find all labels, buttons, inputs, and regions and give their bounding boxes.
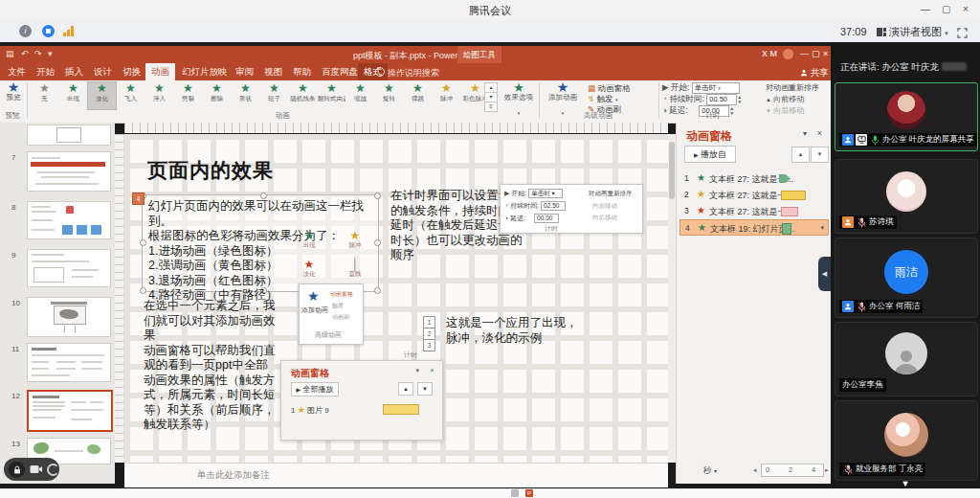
move-down-button[interactable]: ▼ — [811, 147, 829, 163]
thumbnail-slide-11[interactable] — [27, 343, 111, 382]
timeline-right-icon[interactable]: ▸ — [825, 466, 829, 474]
menu-tab-file[interactable]: 文件 — [2, 63, 32, 80]
item-dropdown-icon[interactable]: ▾ — [820, 224, 824, 232]
meeting-floating-toolbar[interactable] — [4, 458, 59, 481]
screen-share-icon — [856, 134, 867, 146]
taskbar-app-icon[interactable] — [511, 489, 519, 497]
sidebar-collapse-handle[interactable]: ◀ — [818, 257, 831, 291]
minimize-icon[interactable]: — — [921, 4, 930, 14]
info-icon[interactable]: i — [19, 25, 32, 37]
animation-number-badge-3: 3 — [423, 339, 435, 351]
ppt-minimize-icon[interactable]: — — [800, 49, 809, 58]
menu-tab-transitions[interactable]: 切换 — [117, 63, 146, 80]
pane-item-1[interactable]: 1 ★ 文本框 27: 这就是一... — [679, 170, 829, 187]
pane-item-2[interactable]: 2 ★ 文本框 27: 这就是一... — [679, 187, 829, 203]
anim-float-in[interactable]: ★浮入 — [145, 81, 174, 110]
anim-fade[interactable]: ★淡化 — [87, 81, 117, 110]
save-icon[interactable]: ▤ — [6, 49, 14, 58]
menu-tab-view[interactable]: 视图 — [258, 63, 288, 80]
pane-item-3[interactable]: 3 ★ 文本框 27: 这就是一... — [679, 203, 829, 219]
participant-tile-4[interactable]: 办公室李焦 — [835, 322, 978, 396]
chevron-down-icon[interactable]: ▾ — [803, 129, 807, 138]
close-icon[interactable]: × — [963, 4, 969, 14]
anim-appear[interactable]: ★出现 — [58, 81, 88, 110]
redo-icon[interactable]: ↷ — [34, 49, 42, 58]
slide-textbox-4[interactable]: 这就是一个应用了出现， 脉冲，淡化的示例 — [446, 316, 578, 346]
seconds-dropdown[interactable]: 秒 ▾ — [703, 465, 717, 477]
anim-zoom[interactable]: ★缩放 — [345, 81, 375, 110]
slide-vertical-scrollbar[interactable] — [668, 134, 676, 463]
thumbnail-slide-6[interactable] — [27, 124, 111, 146]
gallery-more[interactable]: ≡ — [484, 102, 498, 112]
participant-tile-3[interactable]: 雨洁 办公室 何雨洁 — [835, 238, 978, 318]
network-signal-icon — [63, 25, 75, 36]
move-earlier-button[interactable]: ▲ 向前移动 — [766, 94, 804, 104]
slide-textbox-3[interactable]: 在选中一个元素之后，我 们就可以对其添加动画效 果 动画窗格可以帮助我们直 观的… — [144, 299, 276, 433]
anim-fly-in[interactable]: ★飞入 — [116, 81, 145, 110]
more-participants-icon[interactable]: ▼ — [831, 479, 980, 488]
participant-tile-5[interactable]: 就业服务部 丁永亮 — [835, 400, 978, 481]
tell-me-search[interactable]: 操作说明搜索 — [375, 67, 439, 79]
anim-wheel[interactable]: ★轮子 — [259, 81, 289, 110]
notes-area[interactable]: 单击此处添加备注 — [124, 463, 668, 487]
participant-name: 办公室 何雨洁 — [869, 301, 920, 312]
ppt-close-icon[interactable]: × — [823, 49, 828, 58]
slide-canvas[interactable]: 页面内的效果 幻灯片页面内的效果可以在动画这一栏找到。 根据图标的色彩将动画效果… — [124, 134, 668, 463]
menu-tab-home[interactable]: 开始 — [31, 63, 60, 80]
thumbnail-slide-12-selected[interactable] — [27, 390, 113, 432]
participant-tile-2[interactable]: 苏诗琪 — [835, 159, 978, 234]
anim-shape[interactable]: ★形状 — [231, 81, 260, 110]
timeline-ruler[interactable]: 0 2 4 — [761, 464, 824, 477]
close-icon[interactable]: × — [817, 128, 822, 138]
record-icon[interactable] — [42, 25, 55, 37]
fullscreen-icon[interactable] — [957, 25, 968, 42]
menu-tab-slideshow[interactable]: 幻灯片放映 — [176, 63, 234, 80]
menu-tab-insert[interactable]: 插入 — [59, 63, 89, 80]
anim-pulse[interactable]: ★脉冲 — [432, 81, 461, 110]
move-later-button[interactable]: ▼ 向后移动 — [766, 105, 804, 116]
move-up-button[interactable]: ▲ — [791, 147, 810, 163]
anim-split[interactable]: ★劈裂 — [173, 81, 203, 110]
animation-star-icon: ★ — [318, 82, 345, 95]
camera-icon[interactable] — [30, 461, 42, 478]
account-avatar[interactable] — [783, 49, 793, 59]
anim-bounce[interactable]: ★弹跳 — [403, 81, 433, 110]
undo-icon[interactable]: ↶ — [21, 49, 29, 58]
thumbnail-slide-9[interactable] — [27, 249, 111, 287]
pane-item-4-selected[interactable]: 4 ★ 文本框 19: 幻灯片页... ▾ — [679, 219, 829, 236]
thumbnail-slide-10[interactable] — [27, 297, 111, 337]
menu-tab-design[interactable]: 设计 — [88, 63, 118, 80]
ppt-restore-icon[interactable]: ▢ — [812, 49, 820, 58]
presenter-view-button[interactable]: 演讲者视图 ▾ — [877, 25, 948, 39]
menu-tab-baidu-pan[interactable]: 百度网盘 — [316, 63, 364, 80]
ppt-account[interactable]: X M — [762, 49, 777, 58]
effect-options-button[interactable]: ★ 效果选项 ▾ — [501, 81, 536, 119]
anim-spin[interactable]: ★旋转 — [374, 81, 404, 110]
lightning-icon: ↯ — [588, 94, 594, 103]
anim-grow-turn[interactable]: ★翻转式由远... — [317, 81, 346, 110]
animation-star-icon: ★ — [433, 82, 460, 95]
anim-none[interactable]: ★无 — [30, 81, 59, 110]
menu-tab-help[interactable]: 帮助 — [287, 63, 317, 80]
timeline-left-icon[interactable]: ◂ — [753, 466, 757, 474]
speaking-banner: 正在讲话: 办公室 叶庆龙 — [840, 61, 967, 74]
anim-wipe[interactable]: ★擦除 — [202, 81, 232, 110]
play-from-button[interactable]: ▶ 播放自 — [684, 146, 736, 163]
anim-random-bars[interactable]: ★随机线条 — [288, 81, 318, 110]
animation-group-label: 动画 — [239, 111, 325, 121]
thumbnail-slide-7[interactable] — [27, 151, 111, 192]
spinner-icon[interactable]: ▲▼ — [737, 95, 742, 104]
lock-icon[interactable] — [9, 462, 25, 478]
animation-star-icon: ★ — [174, 82, 202, 95]
ppt-share-button[interactable]: 共享 — [800, 67, 829, 79]
thumbnail-slide-8[interactable] — [27, 201, 111, 239]
duration-input[interactable]: 00.50 — [706, 94, 737, 105]
participant-tile-sharer[interactable]: 办公室 叶庆龙的屏幕共享 — [835, 82, 978, 151]
menu-tab-animations[interactable]: 动画 — [145, 63, 175, 80]
taskbar-powerpoint-icon[interactable]: P — [525, 489, 533, 497]
animation-star-icon: ★ — [404, 82, 432, 95]
qat-dropdown-icon[interactable]: ▾ — [48, 49, 53, 58]
start-select[interactable]: 单击时 ▾ — [692, 82, 740, 94]
menu-tab-review[interactable]: 审阅 — [230, 63, 259, 80]
maximize-icon[interactable]: ▢ — [942, 4, 950, 14]
